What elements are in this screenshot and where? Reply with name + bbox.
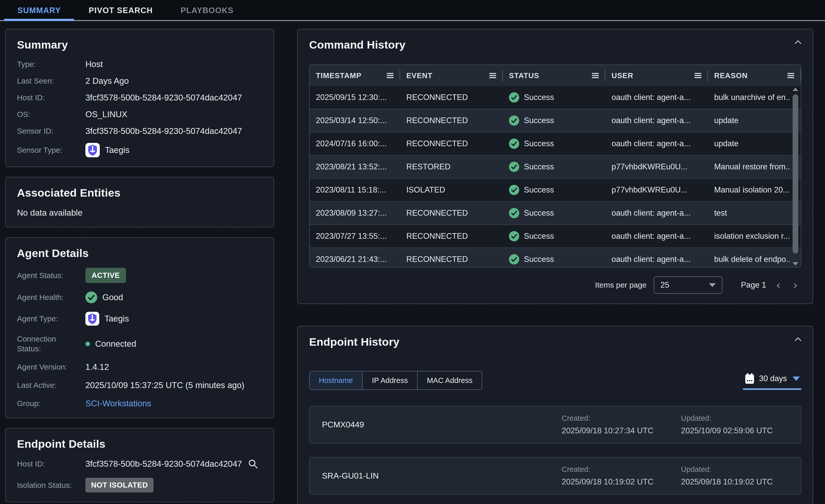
table-row[interactable]: 2023/08/09 13:27:... RECONNECTED Success…	[310, 202, 801, 225]
not-isolated-badge: NOT ISOLATED	[85, 478, 154, 492]
scroll-up-icon[interactable]	[793, 88, 798, 91]
prev-page-button[interactable]: ‹	[773, 279, 783, 291]
table-row[interactable]: 2023/07/27 13:55:... RECONNECTED Success…	[310, 225, 801, 248]
success-check-icon	[509, 231, 519, 241]
agent-health-value: Good	[85, 291, 262, 303]
table-row[interactable]: 2024/07/16 16:00:... RECONNECTED Success…	[310, 133, 801, 156]
cell-event: RECONNECTED	[400, 139, 503, 148]
active-badge: ACTIVE	[85, 268, 126, 283]
success-check-icon	[509, 254, 519, 264]
cell-event: RECONNECTED	[400, 93, 503, 102]
sensor-id-label: Sensor ID:	[17, 126, 80, 136]
table-body: 2025/09/15 12:30:... RECONNECTED Success…	[310, 86, 801, 267]
pagination-bar: Items per page 25 Page 1 ‹ ›	[309, 270, 801, 294]
cell-user: oauth client: agent-a...	[605, 93, 708, 102]
endpoint-details-card: Endpoint Details Host ID: 3fcf3578-500b-…	[5, 428, 274, 502]
column-menu-icon[interactable]	[490, 73, 496, 78]
endpoint-history-card: Endpoint History Hostname IP Address MAC…	[297, 326, 813, 504]
table-scrollbar[interactable]	[792, 88, 799, 265]
isolation-status-label: Isolation Status:	[17, 480, 80, 490]
updated-value: 2025/10/09 02:59:06 UTC	[681, 426, 789, 435]
cell-status: Success	[503, 254, 605, 264]
cell-reason: update	[708, 116, 790, 125]
os-value: OS_LINUX	[85, 109, 262, 119]
status-text: Success	[524, 255, 554, 264]
agent-details-title: Agent Details	[17, 247, 262, 260]
column-menu-icon[interactable]	[592, 73, 599, 78]
column-header-event[interactable]: EVENT	[400, 65, 503, 86]
column-header-status[interactable]: STATUS	[503, 65, 605, 86]
cell-status: Success	[503, 139, 605, 149]
column-menu-icon[interactable]	[695, 73, 701, 78]
table-header-row: TIMESTAMP EVENT STATUS USER	[310, 65, 801, 86]
table-row[interactable]: 2025/09/15 12:30:... RECONNECTED Success…	[310, 86, 801, 109]
status-text: Success	[524, 208, 554, 218]
next-page-button[interactable]: ›	[791, 279, 800, 291]
endpoint-name: PCMX0449	[322, 420, 364, 429]
tab-summary[interactable]: SUMMARY	[17, 6, 61, 15]
scroll-down-icon[interactable]	[793, 262, 798, 265]
column-menu-icon[interactable]	[788, 73, 794, 78]
cell-status: Success	[503, 115, 605, 126]
agent-health-text: Good	[102, 292, 123, 302]
agent-status-value: ACTIVE	[85, 268, 262, 283]
page-indicator: Page 1	[741, 280, 766, 290]
cell-timestamp: 2023/08/11 15:18:...	[310, 185, 400, 194]
agent-type-label: Agent Type:	[17, 314, 80, 324]
scrollbar-thumb[interactable]	[793, 94, 798, 254]
endpoint-history-title: Endpoint History	[309, 336, 801, 348]
column-header-timestamp[interactable]: TIMESTAMP	[310, 65, 400, 86]
no-data-text: No data available	[17, 208, 262, 218]
success-check-icon	[509, 185, 519, 195]
endpoint-details-title: Endpoint Details	[17, 438, 262, 450]
last-active-value: 2025/10/09 15:37:25 UTC (5 minutes ago)	[85, 381, 262, 390]
command-history-table: TIMESTAMP EVENT STATUS USER	[309, 65, 801, 267]
search-icon[interactable]	[248, 458, 258, 469]
status-text: Success	[524, 139, 554, 148]
filter-tab-ip-address[interactable]: IP Address	[363, 371, 418, 389]
tab-playbooks[interactable]: PLAYBOOKS	[180, 6, 233, 15]
summary-card: Summary Type: Host Last Seen: 2 Days Ago…	[5, 29, 274, 167]
table-row[interactable]: 2023/08/11 15:18:... ISOLATED Success p7…	[310, 179, 801, 202]
column-menu-icon[interactable]	[387, 73, 393, 78]
calendar-icon	[745, 373, 755, 384]
type-label: Type:	[17, 59, 80, 69]
cell-event: RECONNECTED	[400, 232, 503, 241]
taegis-icon	[85, 143, 100, 157]
cell-status: Success	[503, 162, 605, 172]
status-text: Success	[524, 162, 554, 171]
cell-user: oauth client: agent-a...	[605, 255, 708, 264]
summary-title: Summary	[17, 38, 262, 51]
associated-entities-title: Associated Entities	[17, 187, 262, 199]
chevron-down-icon	[709, 283, 716, 287]
collapse-chevron-icon[interactable]	[795, 40, 801, 44]
table-row[interactable]: 2025/03/14 12:50:... RECONNECTED Success…	[310, 109, 801, 133]
success-check-icon	[509, 115, 519, 126]
table-row[interactable]: 2023/08/21 13:52:... RESTORED Success p7…	[310, 156, 801, 179]
ed-host-id-text: 3fcf3578-500b-5284-9230-5074dac42047	[85, 459, 242, 469]
tab-pivot-search[interactable]: PIVOT SEARCH	[89, 6, 153, 15]
collapse-chevron-icon[interactable]	[795, 337, 801, 341]
endpoint-history-item[interactable]: PCMX0449 Created: 2025/09/18 10:27:34 UT…	[309, 406, 801, 444]
column-header-user[interactable]: USER	[605, 65, 708, 86]
connected-dot-icon	[85, 342, 90, 346]
sensor-type-label: Sensor Type:	[17, 145, 80, 155]
table-row[interactable]: 2023/06/21 21:43:... RECONNECTED Success…	[310, 248, 801, 267]
cell-timestamp: 2024/07/16 16:00:...	[310, 139, 400, 148]
updated-label: Updated:	[681, 414, 789, 423]
filter-tab-mac-address[interactable]: MAC Address	[418, 371, 482, 389]
updated-value: 2025/09/18 10:19:02 UTC	[681, 477, 789, 487]
items-per-page-label: Items per page	[595, 281, 647, 289]
filter-tab-hostname[interactable]: Hostname	[310, 371, 363, 389]
column-header-reason[interactable]: REASON	[708, 65, 801, 86]
items-per-page-select[interactable]: 25	[654, 276, 723, 294]
cell-reason: bulk unarchive of en...	[708, 93, 790, 102]
endpoint-history-item[interactable]: SRA-GU01-LIN Created: 2025/09/18 10:19:0…	[309, 457, 801, 495]
group-link[interactable]: SCI-Workstations	[85, 399, 151, 408]
group-label: Group:	[17, 399, 80, 408]
cell-reason: isolation exclusion r...	[708, 232, 790, 241]
date-range-picker[interactable]: 30 days	[743, 373, 801, 390]
agent-details-card: Agent Details Agent Status: ACTIVE Agent…	[5, 237, 274, 418]
host-id-label: Host ID:	[17, 93, 80, 102]
created-label: Created:	[561, 414, 669, 423]
